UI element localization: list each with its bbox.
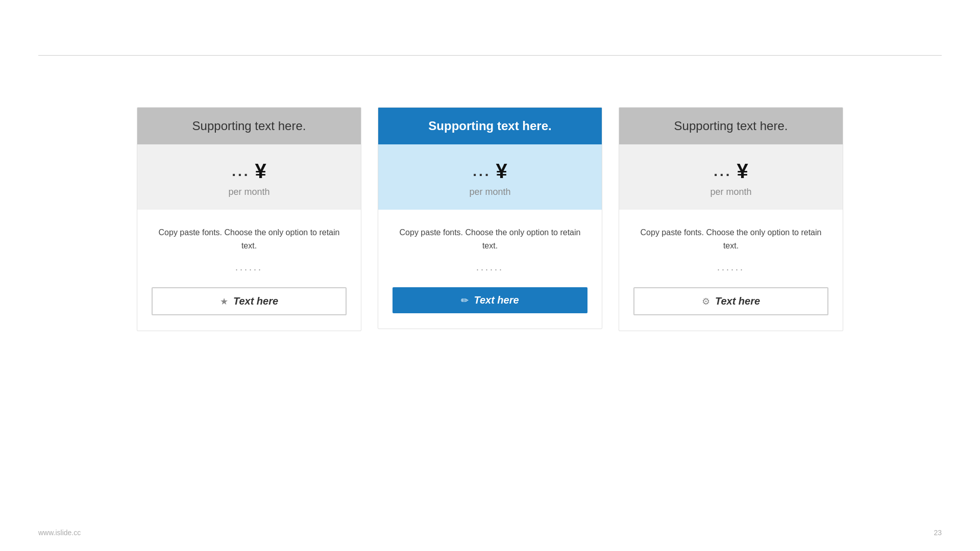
card-right-per-month: per month (629, 187, 832, 197)
card-left-header-text: Supporting text here. (192, 119, 306, 133)
card-right-body: Copy paste fonts. Choose the only option… (619, 210, 843, 331)
card-center-body: Copy paste fonts. Choose the only option… (378, 210, 602, 329)
card-center: Supporting text here. ... ¥ per month Co… (378, 107, 602, 329)
card-left-per-month: per month (148, 187, 351, 197)
card-center-description: Copy paste fonts. Choose the only option… (393, 226, 587, 252)
card-left-description: Copy paste fonts. Choose the only option… (152, 226, 347, 252)
card-center-per-month: per month (388, 187, 592, 197)
pencil-icon: ✏ (461, 295, 469, 306)
card-left-price-section: ... ¥ per month (137, 144, 361, 210)
card-left-feature-dots: ...... (152, 262, 347, 273)
card-center-header: Supporting text here. (378, 108, 602, 144)
card-right-price-section: ... ¥ per month (619, 144, 843, 210)
footer-page-number: 23 (934, 529, 942, 537)
card-right-feature-dots: ...... (633, 262, 828, 273)
card-center-price-row: ... ¥ (388, 160, 592, 183)
card-left-header: Supporting text here. (137, 108, 361, 144)
card-right-header-text: Supporting text here. (674, 119, 788, 133)
card-right-button[interactable]: ⚙ Text here (633, 287, 828, 315)
card-center-button[interactable]: ✏ Text here (393, 287, 587, 313)
card-left-price-yen: ¥ (255, 160, 266, 183)
card-left: Supporting text here. ... ¥ per month Co… (137, 107, 361, 331)
card-center-button-label: Text here (474, 294, 519, 306)
card-center-header-text: Supporting text here. (428, 119, 551, 133)
card-left-button-label: Text here (233, 295, 278, 307)
card-left-button[interactable]: ★ Text here (152, 287, 347, 315)
card-right-header: Supporting text here. (619, 108, 843, 144)
card-left-price-dots: ... (232, 163, 250, 180)
star-icon: ★ (220, 296, 228, 307)
card-center-price-yen: ¥ (496, 160, 507, 183)
card-left-price-row: ... ¥ (148, 160, 351, 183)
card-right-price-row: ... ¥ (629, 160, 832, 183)
card-center-feature-dots: ...... (393, 262, 587, 273)
card-center-price-dots: ... (473, 163, 491, 180)
gear-icon: ⚙ (702, 296, 710, 307)
card-center-price-section: ... ¥ per month (378, 144, 602, 210)
card-right: Supporting text here. ... ¥ per month Co… (619, 107, 843, 331)
card-right-button-label: Text here (715, 295, 760, 307)
card-right-price-yen: ¥ (737, 160, 748, 183)
card-right-price-dots: ... (714, 163, 731, 180)
cards-container: Supporting text here. ... ¥ per month Co… (38, 107, 942, 331)
card-left-body: Copy paste fonts. Choose the only option… (137, 210, 361, 331)
footer-website: www.islide.cc (38, 529, 81, 537)
card-right-description: Copy paste fonts. Choose the only option… (633, 226, 828, 252)
top-divider (38, 55, 942, 56)
